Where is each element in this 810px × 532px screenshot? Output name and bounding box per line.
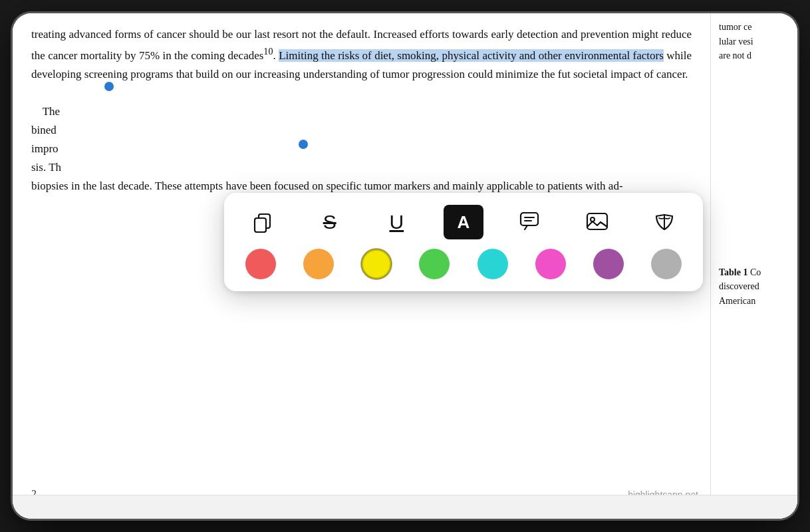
font-a-icon: A (449, 207, 478, 237)
copy-icon (252, 211, 273, 233)
strikethrough-button[interactable]: S (310, 205, 350, 239)
para2-biopsies: biopsies in the last decade. These attem… (31, 180, 623, 192)
underline-button[interactable]: U (376, 205, 416, 239)
color-green[interactable] (419, 249, 450, 279)
image-button[interactable] (577, 205, 617, 239)
toolbar-colors-row (243, 249, 684, 279)
color-red[interactable] (245, 249, 276, 279)
color-pink[interactable] (535, 249, 566, 279)
svg-rect-1 (255, 218, 266, 232)
document-text: treating advanced forms of cancer should… (31, 25, 692, 196)
text-pre-highlight: . (273, 49, 279, 62)
strikethrough-icon: S (323, 211, 337, 233)
sidebar-text: tumor ce lular vesi are not d Table 1 Co… (719, 20, 791, 309)
selection-handle-start[interactable] (104, 82, 114, 91)
underline-icon: U (389, 211, 404, 233)
svg-rect-5 (587, 213, 607, 229)
image-icon (586, 211, 608, 233)
main-column: treating advanced forms of cancer should… (13, 13, 711, 519)
footnote-ref: 10 (263, 46, 273, 57)
device-frame: treating advanced forms of cancer should… (13, 13, 797, 519)
font-button[interactable]: A (444, 205, 483, 239)
text-partial-end: societal impact of cancer. (571, 68, 688, 80)
color-cyan[interactable] (477, 249, 508, 279)
highlighted-text: Limiting the risks of diet, smoking, phy… (279, 49, 664, 62)
comment-icon (519, 211, 542, 233)
toolbar-popup: S U A (224, 193, 703, 291)
color-yellow[interactable] (361, 249, 392, 279)
svg-rect-2 (521, 213, 538, 225)
book-button[interactable] (644, 205, 684, 239)
sidebar-column: tumor ce lular vesi are not d Table 1 Co… (711, 13, 797, 519)
color-gray[interactable] (651, 249, 682, 279)
toolbar-icons-row: S U A (243, 205, 684, 239)
color-orange[interactable] (303, 249, 334, 279)
comment-button[interactable] (511, 205, 551, 239)
selection-handle-end[interactable] (299, 140, 308, 149)
bottom-bar (13, 495, 797, 519)
para2-text: The bined impro sis. Th (31, 105, 61, 174)
copy-button[interactable] (243, 205, 283, 239)
book-icon (653, 211, 676, 233)
page-content: treating advanced forms of cancer should… (13, 13, 797, 519)
color-purple[interactable] (593, 249, 624, 279)
